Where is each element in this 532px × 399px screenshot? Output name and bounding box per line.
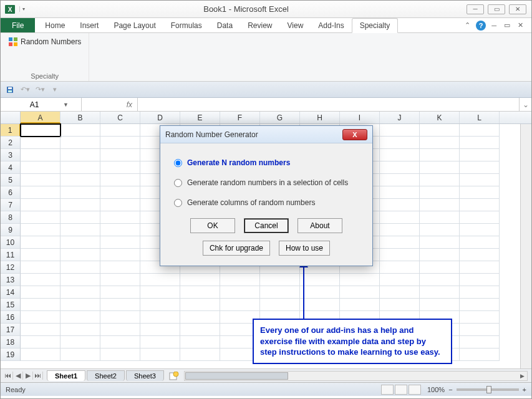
cell[interactable] [220,274,260,286]
sheet-nav-prev-icon[interactable]: ◀ [13,372,23,380]
cell[interactable] [460,186,500,199]
zoom-thumb[interactable] [486,386,491,393]
cell[interactable] [140,324,180,336]
cell[interactable] [460,336,500,349]
cell[interactable] [340,274,380,286]
sheet-nav-first-icon[interactable]: ⏮ [3,372,13,380]
sheet-tab-2[interactable]: Sheet2 [87,370,125,381]
cell[interactable] [460,299,500,311]
cell[interactable] [21,274,60,286]
cell[interactable] [420,211,460,224]
cell[interactable] [60,174,100,186]
cell[interactable] [380,174,420,186]
row-header[interactable]: 4 [1,161,21,174]
cell[interactable] [420,124,460,137]
row-header[interactable]: 15 [1,299,21,311]
cell[interactable] [60,249,100,261]
row-header[interactable]: 9 [1,224,21,236]
tab-insert[interactable]: Insert [72,18,106,32]
row-header[interactable]: 10 [1,236,21,249]
cell[interactable] [420,149,460,161]
cell[interactable] [60,324,100,336]
cell[interactable] [420,261,460,274]
fx-label[interactable]: fx [82,98,138,111]
cell[interactable] [100,174,140,186]
radio-option-columns[interactable]: Generate columns of random numbers [174,198,359,207]
cell[interactable] [100,199,140,211]
cell[interactable] [420,161,460,174]
col-header-I[interactable]: I [340,112,380,123]
cell[interactable] [260,274,300,286]
view-page-break-button[interactable] [409,385,421,395]
cell[interactable] [380,261,420,274]
cell[interactable] [100,124,140,137]
col-header-B[interactable]: B [60,112,100,123]
row-header[interactable]: 6 [1,186,21,199]
save-icon[interactable] [4,84,16,95]
name-box-input[interactable] [9,100,59,109]
hscroll-thumb[interactable] [185,372,288,380]
col-header-G[interactable]: G [260,112,300,123]
row-header[interactable]: 13 [1,274,21,286]
cell[interactable] [100,324,140,336]
cell[interactable] [21,186,60,199]
tab-data[interactable]: Data [210,18,240,32]
cell[interactable] [21,286,60,299]
cell[interactable] [100,299,140,311]
name-box[interactable]: ▼ [1,98,82,111]
cell[interactable] [60,161,100,174]
tab-file[interactable]: File [1,18,35,32]
cell[interactable] [340,286,380,299]
cell[interactable] [100,336,140,349]
cell[interactable] [380,236,420,249]
cell[interactable] [100,186,140,199]
cell[interactable] [460,249,500,261]
cell[interactable] [180,336,220,349]
cell[interactable] [300,274,340,286]
zoom-in-button[interactable]: + [523,386,526,393]
ok-button[interactable]: OK [190,218,235,233]
cell[interactable] [100,236,140,249]
col-header-E[interactable]: E [180,112,220,123]
cell[interactable] [460,261,500,274]
cell[interactable] [60,311,100,324]
cell[interactable] [460,274,500,286]
cell[interactable] [180,324,220,336]
cell[interactable] [140,311,180,324]
cell[interactable] [21,249,60,261]
about-button[interactable]: About [297,218,342,233]
cell[interactable] [60,199,100,211]
cell[interactable] [100,286,140,299]
cell[interactable] [420,186,460,199]
cell[interactable] [180,299,220,311]
row-header[interactable]: 1 [1,124,21,137]
cell[interactable] [300,286,340,299]
cell[interactable] [180,274,220,286]
col-header-K[interactable]: K [420,112,460,123]
cell[interactable] [100,274,140,286]
cell[interactable] [100,261,140,274]
random-numbers-button[interactable]: Random Numbers [7,36,82,48]
cell[interactable] [460,211,500,224]
cell[interactable] [300,299,340,311]
row-header[interactable]: 16 [1,311,21,324]
cell[interactable] [21,324,60,336]
view-page-layout-button[interactable] [395,385,407,395]
horizontal-scrollbar[interactable]: ◀ ▶ [184,371,528,381]
vertical-scrollbar[interactable] [520,124,531,368]
radio-option-generate-n[interactable]: Generate N random numbers [174,158,359,167]
cell[interactable] [21,311,60,324]
cell[interactable] [60,299,100,311]
cell[interactable] [60,124,100,137]
tab-view[interactable]: View [280,18,311,32]
cell[interactable] [21,261,60,274]
row-header[interactable]: 12 [1,261,21,274]
qat-customize-icon[interactable]: ▾ [49,84,60,95]
row-header[interactable]: 3 [1,149,21,161]
maximize-button[interactable]: ▭ [488,4,505,14]
doc-restore-button[interactable]: ▭ [502,21,512,29]
col-header-J[interactable]: J [380,112,420,123]
cell[interactable] [140,286,180,299]
ribbon-minimize-icon[interactable]: ⌃ [463,21,472,29]
row-header[interactable]: 17 [1,324,21,336]
